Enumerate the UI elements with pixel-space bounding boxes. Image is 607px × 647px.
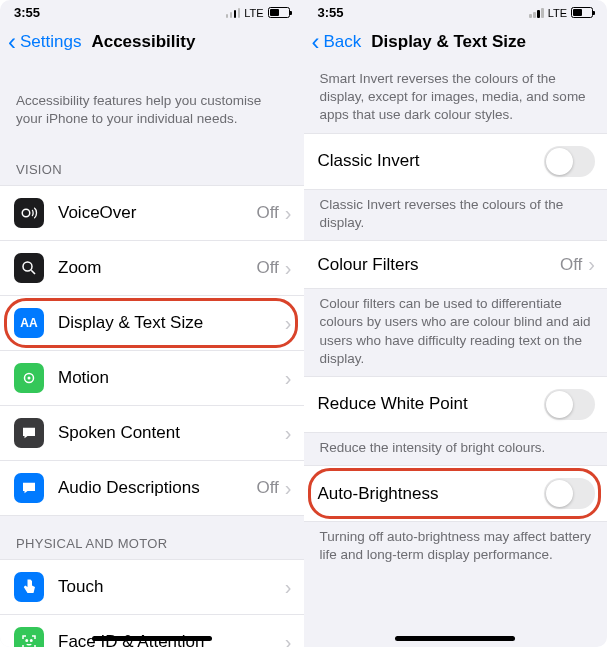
audio-descriptions-row[interactable]: Audio Descriptions Off ›	[0, 461, 304, 516]
section-header-motor: PHYSICAL AND MOTOR	[0, 516, 304, 559]
colour-filters-desc: Colour filters can be used to differenti…	[304, 289, 608, 376]
left-screen: 3:55 LTE ‹ Settings Accessibility Access…	[0, 0, 304, 647]
nav-bar: ‹ Settings Accessibility	[0, 22, 304, 64]
smart-invert-desc: Smart Invert reverses the colours of the…	[304, 64, 608, 133]
chevron-right-icon: ›	[285, 576, 292, 599]
battery-icon	[268, 7, 290, 18]
battery-icon	[571, 7, 593, 18]
section-header-vision: VISION	[0, 148, 304, 185]
row-value: Off	[256, 258, 278, 278]
motion-icon	[14, 363, 44, 393]
chevron-right-icon: ›	[285, 422, 292, 445]
status-right: LTE	[226, 7, 290, 19]
colour-filters-row[interactable]: Colour Filters Off ›	[304, 240, 608, 289]
chevron-right-icon: ›	[285, 312, 292, 335]
classic-invert-row[interactable]: Classic Invert	[304, 133, 608, 190]
back-chevron-icon[interactable]: ‹	[310, 30, 322, 54]
row-label: Touch	[58, 577, 285, 597]
auto-brightness-row[interactable]: Auto-Brightness	[304, 465, 608, 522]
row-value: Off	[560, 255, 582, 275]
spoken-content-row[interactable]: Spoken Content ›	[0, 406, 304, 461]
classic-invert-toggle[interactable]	[544, 146, 595, 177]
chevron-right-icon: ›	[285, 202, 292, 225]
network-label: LTE	[548, 7, 567, 19]
auto-brightness-desc: Turning off auto-brightness may affect b…	[304, 522, 608, 572]
row-label: Display & Text Size	[58, 313, 285, 333]
chevron-right-icon: ›	[285, 477, 292, 500]
zoom-icon	[14, 253, 44, 283]
signal-icon	[529, 8, 544, 18]
display-text-size-row[interactable]: AA Display & Text Size ›	[0, 296, 304, 351]
svg-point-5	[31, 640, 33, 642]
zoom-row[interactable]: Zoom Off ›	[0, 241, 304, 296]
signal-icon	[226, 8, 241, 18]
row-value: Off	[256, 478, 278, 498]
svg-rect-0	[22, 210, 30, 218]
status-right: LTE	[529, 7, 593, 19]
page-title: Display & Text Size	[371, 32, 526, 52]
row-label: Spoken Content	[58, 423, 285, 443]
classic-invert-desc: Classic Invert reverses the colours of t…	[304, 190, 608, 240]
motion-row[interactable]: Motion ›	[0, 351, 304, 406]
status-bar: 3:55 LTE	[304, 0, 608, 22]
text-size-icon: AA	[14, 308, 44, 338]
home-indicator[interactable]	[92, 636, 212, 641]
reduce-white-desc: Reduce the intensity of bright colours.	[304, 433, 608, 465]
row-value: Off	[256, 203, 278, 223]
touch-row[interactable]: Touch ›	[0, 559, 304, 615]
chevron-right-icon: ›	[285, 257, 292, 280]
status-bar: 3:55 LTE	[0, 0, 304, 22]
voiceover-row[interactable]: VoiceOver Off ›	[0, 185, 304, 241]
chevron-right-icon: ›	[285, 631, 292, 647]
row-label: Zoom	[58, 258, 256, 278]
audio-descriptions-icon	[14, 473, 44, 503]
svg-point-3	[28, 377, 31, 380]
home-indicator[interactable]	[395, 636, 515, 641]
reduce-white-point-row[interactable]: Reduce White Point	[304, 376, 608, 433]
right-screen: 3:55 LTE ‹ Back Display & Text Size Smar…	[304, 0, 608, 647]
voiceover-icon	[14, 198, 44, 228]
row-label: Motion	[58, 368, 285, 388]
reduce-white-point-toggle[interactable]	[544, 389, 595, 420]
page-title: Accessibility	[91, 32, 195, 52]
intro-text: Accessibility features help you customis…	[0, 64, 304, 148]
row-label: Audio Descriptions	[58, 478, 256, 498]
row-label: Reduce White Point	[318, 394, 545, 414]
back-button[interactable]: Back	[324, 32, 362, 52]
row-label: VoiceOver	[58, 203, 256, 223]
row-label: Classic Invert	[318, 151, 545, 171]
auto-brightness-toggle[interactable]	[544, 478, 595, 509]
nav-bar: ‹ Back Display & Text Size	[304, 22, 608, 64]
row-label: Colour Filters	[318, 255, 560, 275]
chevron-right-icon: ›	[588, 253, 595, 276]
touch-icon	[14, 572, 44, 602]
spoken-content-icon	[14, 418, 44, 448]
faceid-row[interactable]: Face ID & Attention ›	[0, 615, 304, 647]
clock: 3:55	[14, 5, 40, 20]
back-chevron-icon[interactable]: ‹	[6, 30, 18, 54]
row-label: Auto-Brightness	[318, 484, 545, 504]
faceid-icon	[14, 627, 44, 647]
svg-point-4	[26, 640, 28, 642]
back-button[interactable]: Settings	[20, 32, 81, 52]
clock: 3:55	[318, 5, 344, 20]
chevron-right-icon: ›	[285, 367, 292, 390]
svg-point-1	[23, 262, 32, 271]
network-label: LTE	[244, 7, 263, 19]
